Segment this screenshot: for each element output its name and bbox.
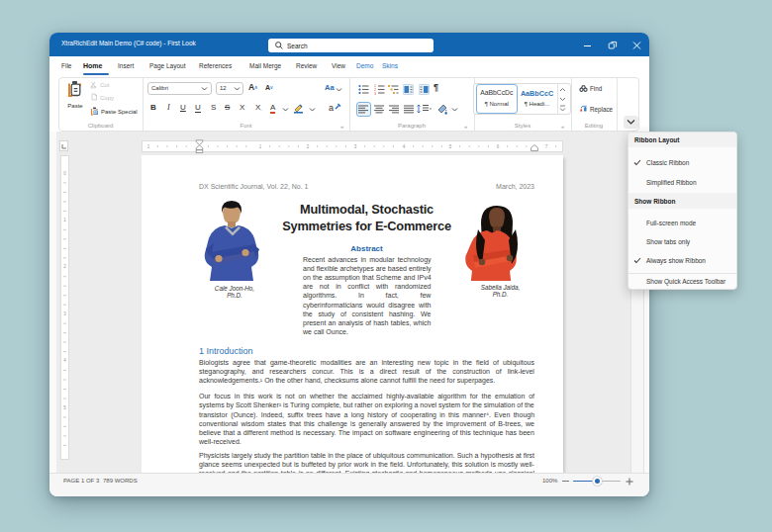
svg-text:a: a	[329, 103, 334, 113]
svg-text:3: 3	[374, 91, 376, 94]
svg-text:6: 6	[497, 144, 500, 149]
svg-text:3: 3	[63, 311, 66, 316]
svg-text:4: 4	[63, 358, 66, 363]
svg-text:5: 5	[63, 405, 66, 410]
svg-text:5: 5	[449, 144, 452, 149]
svg-text:1: 1	[147, 144, 150, 149]
svg-text:7: 7	[545, 144, 548, 149]
svg-text:1: 1	[259, 144, 262, 149]
svg-text:4: 4	[403, 144, 406, 149]
svg-text:2: 2	[63, 264, 66, 269]
svg-text:1: 1	[63, 218, 66, 222]
svg-text:3: 3	[354, 144, 357, 149]
svg-text:2: 2	[307, 144, 310, 149]
svg-text:0: 0	[63, 171, 66, 176]
